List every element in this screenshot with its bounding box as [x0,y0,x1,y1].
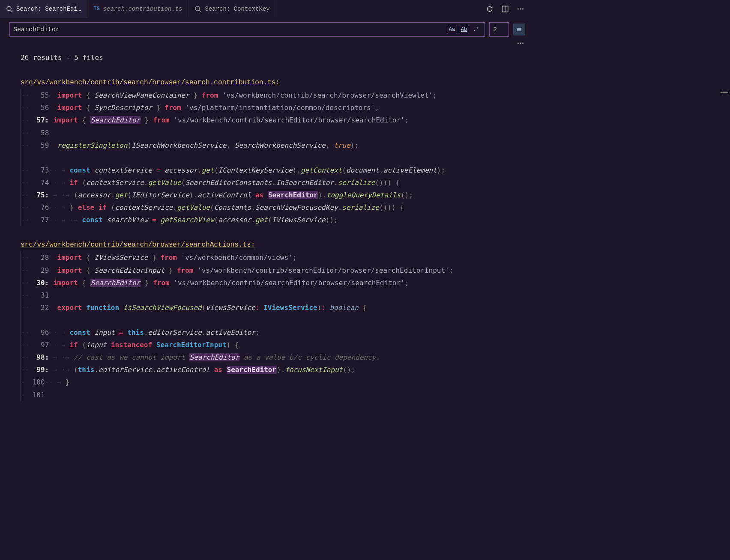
svg-line-1 [11,10,12,12]
tab-search-editor[interactable]: Search: SearchEdi… [0,0,87,18]
svg-point-12 [518,43,519,44]
tab-file-ts[interactable]: TS search.contribution.ts [87,0,188,18]
search-icon [6,6,13,12]
code-line[interactable]: ··77·· → ·→ const searchView = getSearch… [21,214,531,226]
tab-bar: Search: SearchEdi… TS search.contributio… [0,0,531,18]
results-summary: 26 results - 5 files [0,51,531,64]
code-line[interactable]: ··73·· → const contextService = accessor… [21,164,531,176]
match-case-toggle[interactable]: Aa [447,25,457,34]
search-input-wrapper: Aa Ab .* [9,22,485,37]
svg-point-6 [518,9,519,10]
code-line[interactable]: ··31 [21,289,531,301]
code-line-match[interactable]: ··98: → ·→ // cast as we cannot import S… [21,351,531,363]
file-header[interactable]: src/vs/workbench/contrib/search/browser/… [0,239,531,251]
svg-point-14 [522,43,524,44]
tab-label: search.contribution.ts [103,6,182,12]
file-block: ··55 import { SearchViewPaneContainer } … [21,89,531,226]
code-line[interactable]: ·100·· → } [21,376,531,388]
code-line[interactable]: ··58 [21,127,531,139]
code-line[interactable]: ··32 export function isSearchViewFocused… [21,301,531,314]
more-icon[interactable] [517,5,524,13]
code-line[interactable]: ··29 import { SearchEditorInput } from '… [21,264,531,277]
typescript-badge-icon: TS [93,6,99,12]
svg-point-8 [522,9,524,10]
code-line[interactable]: ··28 import { IViewsService } from 'vs/w… [21,251,531,264]
file-block: ··28 import { IViewsService } from 'vs/w… [21,251,531,401]
editor-actions [486,0,531,18]
code-line[interactable]: ··59 registerSingleton(ISearchWorkbenchS… [21,139,531,152]
tab-label: Search: SearchEdi… [16,6,81,12]
code-line[interactable]: ··55 import { SearchViewPaneContainer } … [21,89,531,101]
more-icon[interactable] [517,39,524,47]
toggle-details-button[interactable] [513,24,525,36]
regex-toggle[interactable]: .* [471,25,481,34]
tab-search-contextkey[interactable]: Search: ContextKey [188,0,276,18]
code-line[interactable]: ··76·· → } else if (contextService.getVa… [21,201,531,214]
split-editor-icon[interactable] [501,5,509,13]
code-line-match[interactable]: ··99: → ·→ (this.editorService.activeCon… [21,363,531,376]
code-line-match[interactable]: ··75: → ·→ (accessor.get(IEditorService)… [21,189,531,201]
svg-line-3 [199,10,201,12]
code-line[interactable]: ·101 [21,389,531,401]
code-line-match[interactable]: ··30: import { SearchEditor } from 'vs/w… [21,277,531,289]
match-whole-word-toggle[interactable]: Ab [459,25,469,34]
search-icon [194,6,201,12]
code-line[interactable]: ··56 import { SyncDescriptor } from 'vs/… [21,101,531,114]
search-bar: Aa Ab .* 2 [0,18,531,39]
context-lines-input[interactable]: 2 [489,22,509,37]
code-line[interactable]: ··97·· → if (input instanceof SearchEdit… [21,339,531,351]
code-line[interactable]: ··96·· → const input = this.editorServic… [21,326,531,339]
tab-label: Search: ContextKey [205,6,269,12]
file-header[interactable]: src/vs/workbench/contrib/search/browser/… [0,77,531,89]
code-line[interactable]: ··74·· → if (contextService.getValue(Sea… [21,176,531,189]
svg-point-0 [7,6,11,11]
svg-point-13 [520,43,521,44]
search-query-input[interactable] [13,26,444,33]
refresh-icon[interactable] [486,5,494,13]
svg-point-7 [520,9,521,10]
svg-point-2 [195,6,200,11]
search-results: 26 results - 5 files src/vs/workbench/co… [0,50,531,401]
code-line-match[interactable]: ··57: import { SearchEditor } from 'vs/w… [21,114,531,126]
